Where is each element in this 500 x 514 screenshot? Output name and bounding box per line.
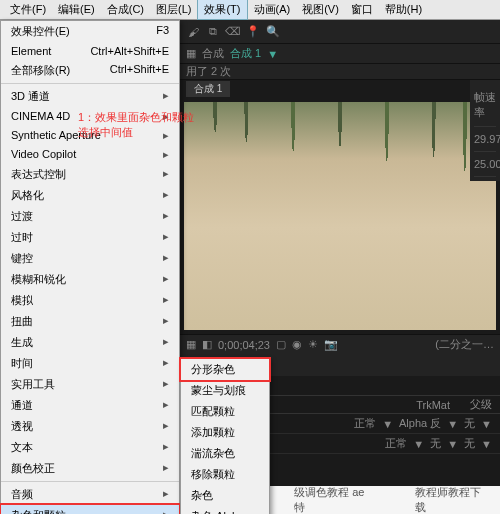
menu-cat-trans[interactable]: 过渡▸	[1, 206, 179, 227]
panel-label: 合成	[202, 46, 224, 61]
preview-image	[184, 102, 496, 330]
menu-cat-gen[interactable]: 生成▸	[1, 332, 179, 353]
menu-view[interactable]: 视图(V)	[296, 0, 345, 19]
bottom-text-2: 教程师教程下载	[415, 485, 492, 514]
viewer-controls: ▦ ◧ 0;00;04;23 ▢ ◉ ☀ 📷 (二分之一…	[180, 334, 500, 354]
menubar: 文件(F) 编辑(E) 合成(C) 图层(L) 效果(T) 动画(A) 视图(V…	[0, 0, 500, 20]
snapshot-icon[interactable]: 📷	[324, 338, 338, 351]
alpha-mode[interactable]: 无	[430, 436, 441, 451]
menu-cat-style[interactable]: 风格化▸	[1, 185, 179, 206]
preview-canvas[interactable]	[184, 102, 496, 330]
framerate-val2: 25.00	[474, 152, 496, 177]
menu-help[interactable]: 帮助(H)	[379, 0, 428, 19]
blend-mode[interactable]: 正常	[385, 436, 407, 451]
menu-window[interactable]: 窗口	[345, 0, 379, 19]
menu-cat-time[interactable]: 时间▸	[1, 353, 179, 374]
menu-anim[interactable]: 动画(A)	[248, 0, 297, 19]
menu-cat-dist[interactable]: 扭曲▸	[1, 311, 179, 332]
comp-name[interactable]: 合成 1	[230, 46, 261, 61]
col-trkmat: TrkMat	[416, 399, 450, 411]
menu-comp[interactable]: 合成(C)	[101, 0, 150, 19]
grid-toggle-icon[interactable]: ▦	[186, 338, 196, 351]
menu-item-element[interactable]: ElementCtrl+Alt+Shift+E	[1, 42, 179, 60]
comp-tab[interactable]: 合成 1	[186, 81, 230, 97]
menu-layer[interactable]: 图层(L)	[150, 0, 197, 19]
timecode[interactable]: 0;00;04;23	[218, 339, 270, 351]
annotation-text: 1：效果里面杂色和颗粒 选择中间值	[78, 110, 194, 140]
exposure-icon[interactable]: ☀	[308, 338, 318, 351]
menu-cat-sim[interactable]: 模拟▸	[1, 290, 179, 311]
submenu-match-grain[interactable]: 匹配颗粒	[181, 401, 269, 422]
used-label: 用了 2 次	[186, 64, 231, 79]
menu-item-effect-controls[interactable]: 效果控件(E)F3	[1, 21, 179, 42]
grid-icon[interactable]: ▦	[186, 47, 196, 60]
submenu-noise-alpha[interactable]: 杂色 Alpha	[181, 506, 269, 514]
channel-icon[interactable]: ◉	[292, 338, 302, 351]
menu-cat-text[interactable]: 文本▸	[1, 437, 179, 458]
menu-cat-audio[interactable]: 音频▸	[1, 484, 179, 505]
menu-cat-persp[interactable]: 透视▸	[1, 416, 179, 437]
stamp-tool-icon[interactable]: ⧉	[206, 25, 220, 39]
alpha-mode[interactable]: Alpha 反	[399, 416, 441, 431]
parent-link[interactable]: 无	[464, 416, 475, 431]
blend-mode[interactable]: 正常	[354, 416, 376, 431]
submenu-turb-noise[interactable]: 湍流杂色	[181, 443, 269, 464]
composition-viewer: ▦ 合成 合成 1 ▼ 用了 2 次 合成 1 ▦ ◧ 0;00;04;23 ▢…	[180, 44, 500, 354]
bottom-text-1: 级调色教程 ae特	[294, 485, 375, 514]
menu-cat-obs[interactable]: 过时▸	[1, 227, 179, 248]
framerate-val1: 29.97	[474, 127, 496, 152]
menu-cat-key[interactable]: 键控▸	[1, 248, 179, 269]
framerate-label: 帧速率	[474, 84, 496, 127]
menu-item-remove-all[interactable]: 全部移除(R)Ctrl+Shift+E	[1, 60, 179, 81]
mask-toggle-icon[interactable]: ◧	[202, 338, 212, 351]
submenu-noise[interactable]: 杂色	[181, 485, 269, 506]
menu-cat-util[interactable]: 实用工具▸	[1, 374, 179, 395]
submenu-dust[interactable]: 蒙尘与划痕	[181, 380, 269, 401]
noise-submenu: 分形杂色 蒙尘与划痕 匹配颗粒 添加颗粒 湍流杂色 移除颗粒 杂色 杂色 Alp…	[180, 358, 270, 514]
pin-tool-icon[interactable]: 📍	[246, 25, 260, 39]
brush-tool-icon[interactable]: 🖌	[186, 25, 200, 39]
menu-file[interactable]: 文件(F)	[4, 0, 52, 19]
col-parent: 父级	[470, 397, 492, 412]
zoom-dropdown[interactable]: (二分之一…	[435, 337, 494, 352]
submenu-fractal-noise[interactable]: 分形杂色	[181, 359, 269, 380]
search-icon[interactable]: 🔍	[266, 25, 280, 39]
parent-link[interactable]: 无	[464, 436, 475, 451]
menu-cat-color[interactable]: 颜色校正▸	[1, 458, 179, 479]
menu-cat-chan[interactable]: 通道▸	[1, 395, 179, 416]
menu-cat-3d[interactable]: 3D 通道▸	[1, 86, 179, 107]
effect-dropdown: 效果控件(E)F3 ElementCtrl+Alt+Shift+E 全部移除(R…	[0, 20, 180, 514]
menu-cat-vcp[interactable]: Video Copilot▸	[1, 145, 179, 164]
menu-cat-blur[interactable]: 模糊和锐化▸	[1, 269, 179, 290]
submenu-remove-grain[interactable]: 移除颗粒	[181, 464, 269, 485]
menu-effect[interactable]: 效果(T)	[197, 0, 247, 20]
menu-edit[interactable]: 编辑(E)	[52, 0, 101, 19]
menu-cat-expr[interactable]: 表达式控制▸	[1, 164, 179, 185]
menu-cat-noise-grain[interactable]: 杂色和颗粒▸	[1, 505, 179, 514]
eraser-tool-icon[interactable]: ⌫	[226, 25, 240, 39]
side-panel: 帧速率 29.97 25.00	[470, 80, 500, 181]
roi-icon[interactable]: ▢	[276, 338, 286, 351]
submenu-add-grain[interactable]: 添加颗粒	[181, 422, 269, 443]
